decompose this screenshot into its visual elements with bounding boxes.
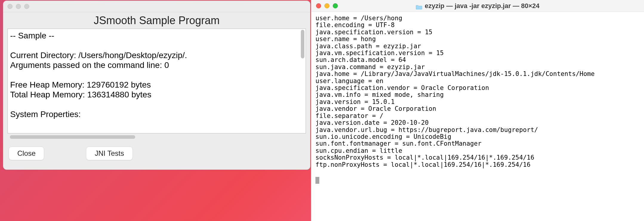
vertical-scrollbar[interactable] (300, 29, 306, 133)
traffic-lights-inactive (7, 4, 29, 9)
terminal-titlebar[interactable]: ezyzip — java -jar ezyzip.jar — 80×24 (311, 0, 644, 12)
terminal-window: ezyzip — java -jar ezyzip.jar — 80×24 us… (311, 0, 644, 221)
traffic-lights-active (316, 3, 338, 8)
output-text: -- Sample -- Current Directory: /Users/h… (8, 29, 300, 133)
close-button[interactable]: Close (9, 147, 44, 160)
jni-tests-button[interactable]: JNI Tests (86, 147, 133, 160)
vertical-scroll-thumb[interactable] (301, 30, 304, 58)
terminal-title: ezyzip — java -jar ezyzip.jar — 80×24 (311, 2, 644, 10)
window-zoom-light[interactable] (24, 4, 29, 9)
window-close-light[interactable] (316, 3, 321, 8)
app-title: JSmooth Sample Program (3, 12, 310, 29)
horizontal-scrollbar[interactable] (7, 135, 306, 139)
window-minimize-light[interactable] (16, 4, 21, 9)
window-zoom-light[interactable] (333, 3, 338, 8)
terminal-output[interactable]: user.home = /Users/hong file.encoding = … (311, 12, 644, 221)
button-row: Close JNI Tests (3, 139, 310, 160)
horizontal-scroll-thumb[interactable] (10, 135, 135, 139)
jsmooth-titlebar[interactable] (3, 1, 310, 12)
terminal-cursor (315, 177, 319, 184)
window-close-light[interactable] (7, 4, 13, 9)
terminal-title-text: ezyzip — java -jar ezyzip.jar — 80×24 (425, 2, 540, 10)
output-textarea[interactable]: -- Sample -- Current Directory: /Users/h… (7, 29, 306, 133)
folder-icon (416, 4, 422, 8)
jsmooth-window: JSmooth Sample Program -- Sample -- Curr… (3, 1, 310, 170)
window-minimize-light[interactable] (324, 3, 329, 8)
